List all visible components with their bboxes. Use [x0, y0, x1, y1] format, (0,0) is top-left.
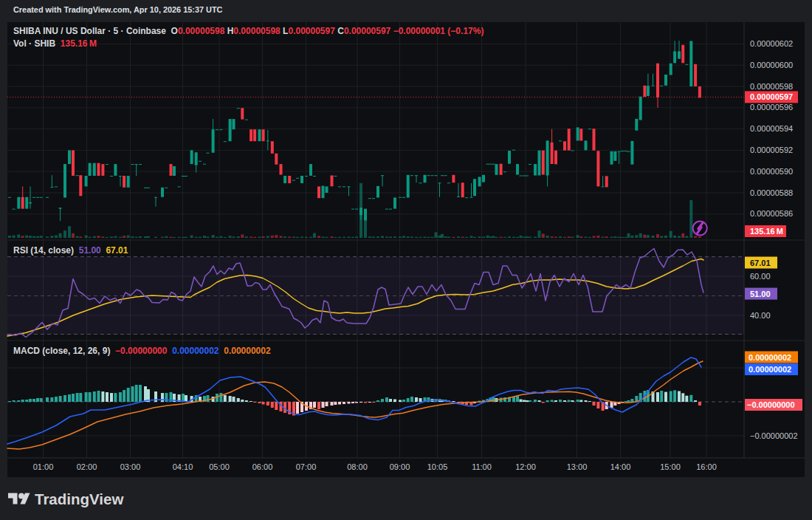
- svg-text:09:00: 09:00: [390, 462, 410, 471]
- svg-text:06:00: 06:00: [252, 462, 273, 471]
- svg-text:40.00: 40.00: [750, 311, 771, 320]
- svg-text:11:00: 11:00: [472, 462, 492, 471]
- svg-text:03:00: 03:00: [120, 462, 141, 471]
- svg-text:16:00: 16:00: [696, 462, 717, 471]
- svg-text:05:00: 05:00: [209, 462, 230, 471]
- svg-text:0.00000590: 0.00000590: [750, 167, 793, 176]
- svg-text:0.00000597: 0.00000597: [750, 92, 793, 101]
- svg-text:07:00: 07:00: [296, 462, 317, 471]
- svg-text:0.00000586: 0.00000586: [750, 209, 793, 218]
- svg-text:−0.00000002: −0.00000002: [750, 431, 798, 440]
- svg-text:15:00: 15:00: [660, 462, 681, 471]
- svg-text:0.00000594: 0.00000594: [750, 124, 793, 133]
- svg-text:60.00: 60.00: [750, 272, 771, 281]
- svg-text:0.00000002: 0.00000002: [749, 365, 791, 374]
- svg-text:−0.00000000: −0.00000000: [747, 400, 795, 409]
- svg-text:51.00: 51.00: [750, 290, 771, 298]
- svg-text:02:00: 02:00: [77, 462, 97, 471]
- svg-text:0.00000588: 0.00000588: [750, 188, 793, 197]
- svg-text:14:00: 14:00: [610, 462, 631, 471]
- svg-text:0.00000002: 0.00000002: [749, 353, 791, 362]
- svg-text:13:00: 13:00: [567, 462, 588, 471]
- svg-text:01:00: 01:00: [33, 462, 54, 471]
- svg-text:08:00: 08:00: [347, 462, 368, 471]
- svg-text:0.00000596: 0.00000596: [750, 103, 793, 112]
- svg-text:0.00000592: 0.00000592: [750, 146, 793, 154]
- svg-text:TradingView: TradingView: [35, 490, 123, 507]
- svg-text:10:05: 10:05: [427, 462, 448, 471]
- svg-text:135.16 M: 135.16 M: [750, 227, 783, 236]
- svg-text:04:10: 04:10: [173, 462, 193, 471]
- svg-text:12:00: 12:00: [515, 462, 536, 471]
- svg-text:0.00000598: 0.00000598: [750, 82, 793, 91]
- svg-text:0.00000600: 0.00000600: [750, 61, 793, 69]
- svg-text:0.00000602: 0.00000602: [750, 39, 793, 48]
- svg-text:67.01: 67.01: [750, 259, 771, 267]
